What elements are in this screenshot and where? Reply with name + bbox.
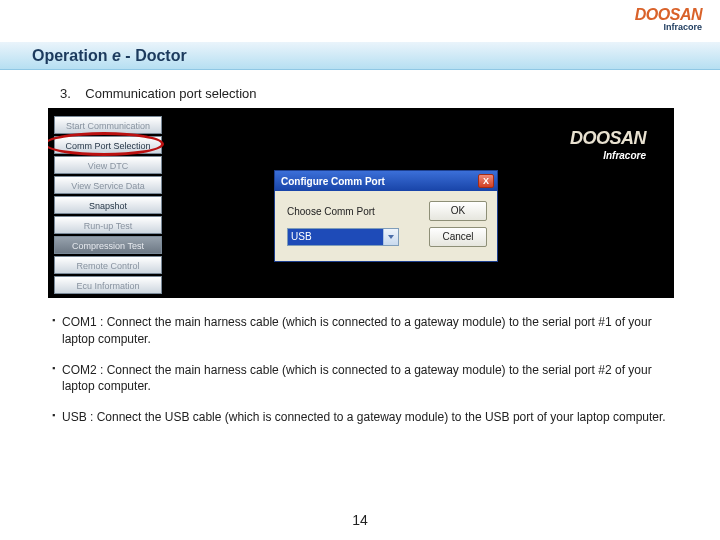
comm-port-select[interactable]: USB <box>287 228 399 246</box>
side-menu-item[interactable]: Compression Test <box>54 236 162 254</box>
cancel-button[interactable]: Cancel <box>429 227 487 247</box>
page-title-ital: e <box>112 47 121 64</box>
app-logo-sub: Infracore <box>570 150 646 161</box>
side-menu-item-comm-port[interactable]: Comm Port Selection <box>54 136 162 154</box>
side-menu-item[interactable]: View Service Data <box>54 176 162 194</box>
app-logo-word: DOOSAN <box>570 128 646 149</box>
dialog-title: Configure Comm Port <box>281 176 385 187</box>
configure-comm-port-dialog: Configure Comm Port X Choose Comm Port O… <box>274 170 498 262</box>
list-item: COM2 : Connect the main harness cable (w… <box>52 362 672 396</box>
page-title-bar: Operation e - Doctor <box>0 42 720 70</box>
page-number: 14 <box>0 512 720 528</box>
brand-logo: DOOSAN Infracore <box>635 6 702 32</box>
section-number: 3. <box>60 86 71 101</box>
side-menu-item[interactable]: Ecu Information <box>54 276 162 294</box>
side-menu-item[interactable]: View DTC <box>54 156 162 174</box>
app-logo: DOOSAN Infracore <box>570 128 646 161</box>
side-menu-item[interactable]: Snapshot <box>54 196 162 214</box>
notes-list: COM1 : Connect the main harness cable (w… <box>52 314 672 440</box>
page-title: Operation e - Doctor <box>0 42 720 70</box>
embedded-screenshot: Start Communication Comm Port Selection … <box>48 108 674 298</box>
side-menu-item[interactable]: Start Communication <box>54 116 162 134</box>
choose-comm-port-label: Choose Comm Port <box>287 206 421 217</box>
page-title-prefix: Operation <box>32 47 112 64</box>
side-menu-item[interactable]: Remote Control <box>54 256 162 274</box>
ok-button[interactable]: OK <box>429 201 487 221</box>
section-title: Communication port selection <box>85 86 256 101</box>
side-menu-item[interactable]: Run-up Test <box>54 216 162 234</box>
dialog-titlebar: Configure Comm Port X <box>275 171 497 191</box>
chevron-down-icon[interactable] <box>383 229 398 245</box>
side-menu: Start Communication Comm Port Selection … <box>54 116 162 294</box>
section-heading: 3. Communication port selection <box>60 86 257 101</box>
comm-port-selected: USB <box>288 229 383 245</box>
list-item: COM1 : Connect the main harness cable (w… <box>52 314 672 348</box>
list-item: USB : Connect the USB cable (which is co… <box>52 409 672 426</box>
page-title-suffix: - Doctor <box>121 47 187 64</box>
close-icon[interactable]: X <box>478 174 494 188</box>
dialog-body: Choose Comm Port OK USB Cancel <box>275 191 497 261</box>
